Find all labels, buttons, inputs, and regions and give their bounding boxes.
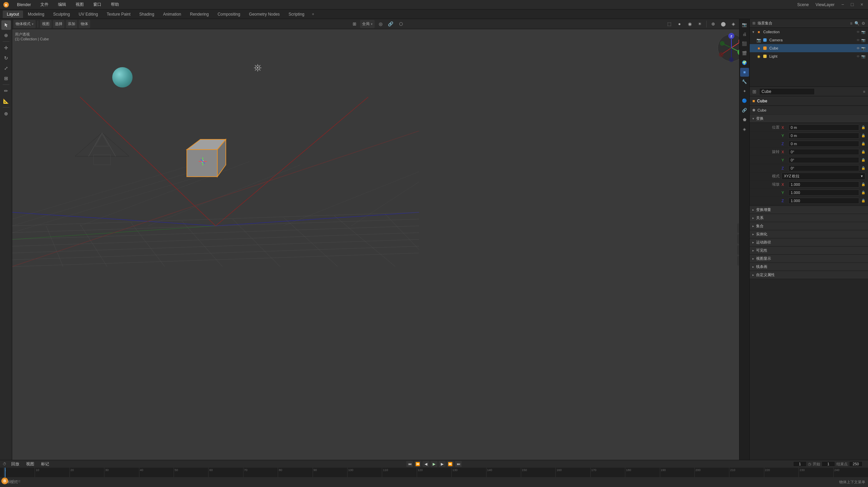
custom-props-section-header[interactable]: ▸ 自定义属性 [750, 271, 868, 279]
tab-animation[interactable]: Animation [159, 11, 185, 18]
scale-y-value[interactable]: 1.000 [788, 190, 859, 196]
location-x-lock-icon[interactable]: 🔒 [861, 125, 865, 129]
tab-compositing[interactable]: Compositing [214, 11, 244, 18]
play-forward-button[interactable]: ▶ [439, 461, 446, 467]
status-context-menu[interactable]: 物体上下文菜单 [839, 480, 865, 485]
scale-x-lock-icon[interactable]: 🔒 [861, 182, 865, 186]
viewport-mode-selector[interactable]: 物体模式 [14, 20, 36, 28]
location-z-value[interactable]: 0 m [788, 141, 859, 147]
tab-modeling[interactable]: Modeling [24, 11, 48, 18]
proportional-edit-icon[interactable]: ◎ [376, 20, 385, 28]
sphere-object[interactable] [112, 67, 133, 87]
location-y-value[interactable]: 0 m [788, 133, 859, 139]
tab-texture-paint[interactable]: Texture Paint [103, 11, 135, 18]
menu-window[interactable]: 窗口 [91, 1, 103, 8]
scale-x-value[interactable]: 1.000 [788, 181, 859, 188]
motion-path-section-header[interactable]: ▸ 运动路径 [750, 238, 868, 247]
menu-file[interactable]: 文件 [38, 1, 51, 8]
tab-geometry-nodes[interactable]: Geometry Nodes [245, 11, 284, 18]
rotation-y-value[interactable]: 0° [788, 157, 859, 163]
rotation-mode-selector[interactable]: XYZ 欧拉 ▾ [782, 173, 865, 180]
viewport-select-menu[interactable]: 选择 [53, 20, 64, 28]
transform-tool[interactable]: ⊞ [1, 74, 11, 83]
viewport-add-menu[interactable]: 添加 [66, 20, 77, 28]
scale-tool[interactable]: ⤢ [1, 63, 11, 73]
global-space-selector[interactable]: 全局 [360, 20, 375, 28]
particles-properties-icon[interactable]: ✦ [740, 87, 749, 96]
outliner-filter-icon[interactable]: ≡ [850, 21, 852, 26]
timeline-playback-menu[interactable]: 回放 [9, 461, 21, 468]
data-properties-icon[interactable]: ⬟ [740, 115, 749, 124]
visibility-section-header[interactable]: ▸ 可见性 [750, 247, 868, 255]
rotation-y-lock-icon[interactable]: 🔒 [861, 158, 865, 162]
scale-z-value[interactable]: 1.000 [788, 198, 859, 204]
viewport-display-section-header[interactable]: ▸ 视图显示 [750, 255, 868, 263]
next-keyframe-button[interactable]: ⏩ [447, 461, 454, 467]
close-button[interactable]: × [859, 2, 865, 8]
line-art-section-header[interactable]: ▸ 线条画 [750, 263, 868, 271]
view-layer-properties-icon[interactable]: ⬛ [740, 39, 749, 48]
material-shading-icon[interactable]: ◉ [685, 20, 694, 28]
menu-help[interactable]: 帮助 [109, 1, 121, 8]
instancing-section-header[interactable]: ▸ 实例化 [750, 230, 868, 238]
measure-tool[interactable]: 📐 [1, 96, 11, 106]
timeline-ruler[interactable]: 1102030405060708090100110120130140150160… [0, 468, 868, 477]
tab-uv-editing[interactable]: UV Editing [75, 11, 102, 18]
object-name-field[interactable] [759, 88, 815, 95]
outliner-item-collection[interactable]: ▾ ■ Collection 👁 📷 [750, 28, 868, 36]
play-back-button[interactable]: ◀ [422, 461, 429, 467]
annotate-tool[interactable]: ✏ [1, 86, 11, 96]
tab-layout[interactable]: Layout [3, 11, 23, 18]
menu-view[interactable]: 视图 [74, 1, 86, 8]
output-properties-icon[interactable]: 🖨 [740, 30, 749, 39]
outliner-search-icon[interactable]: 🔍 [854, 21, 860, 26]
transform-section-header[interactable]: ▾ 变换 [750, 115, 868, 123]
location-x-value[interactable]: 0 m [788, 124, 859, 131]
modifier-properties-icon[interactable]: 🔧 [740, 77, 749, 86]
camera-object[interactable] [75, 129, 129, 171]
tab-rendering[interactable]: Rendering [186, 11, 213, 18]
prev-keyframe-button[interactable]: ⏪ [414, 461, 421, 467]
tab-scripting[interactable]: Scripting [284, 11, 309, 18]
rendered-shading-icon[interactable]: ☀ [695, 20, 704, 28]
collection-cam-icon[interactable]: 📷 [861, 30, 865, 34]
cube-cam-icon[interactable]: 📷 [861, 46, 865, 50]
location-z-lock-icon[interactable]: 🔒 [861, 142, 865, 145]
location-y-lock-icon[interactable]: 🔒 [861, 134, 865, 137]
cursor-tool[interactable]: ⊕ [1, 31, 11, 40]
viewport[interactable]: 物体模式 视图 选择 添加 物体 ⊞ 全局 ◎ 🔗 ⬡ ⬚ ● ◉ ☀ ⊕ ⬤ [12, 19, 749, 460]
wireframe-shading-icon[interactable]: ⬚ [665, 20, 674, 28]
timeline-markers-menu[interactable]: 标记 [39, 461, 51, 468]
object-properties-icon[interactable]: ■ [740, 68, 749, 77]
cube-eye-icon[interactable]: 👁 [856, 46, 860, 50]
snap-icon[interactable]: ⊞ [350, 20, 359, 28]
constraints-properties-icon[interactable]: 🔗 [740, 106, 749, 115]
solid-shading-icon[interactable]: ● [675, 20, 684, 28]
snap-settings-icon[interactable]: 🔗 [386, 20, 395, 28]
maximize-button[interactable]: □ [849, 2, 855, 8]
overlay-toggle-icon[interactable]: ⬤ [719, 20, 728, 28]
play-button[interactable]: ▶ [431, 461, 437, 467]
rotate-tool[interactable]: ↻ [1, 53, 11, 63]
light-cam-icon[interactable]: 📷 [861, 55, 865, 58]
outliner-item-camera[interactable]: 📷 Camera 👁 📷 [750, 36, 868, 44]
select-tool[interactable] [1, 20, 11, 30]
camera-eye-icon[interactable]: 👁 [856, 38, 860, 42]
viewport-view-menu[interactable]: 视图 [40, 20, 52, 28]
collection-section-header[interactable]: ▸ 集合 [750, 222, 868, 230]
props-filter-icon[interactable]: ≡ [863, 90, 865, 94]
start-frame-field[interactable]: 1 [822, 461, 835, 467]
current-frame-field[interactable]: 1 [793, 461, 807, 467]
rotation-x-value[interactable]: 0° [788, 149, 859, 155]
overlay-icon[interactable]: ⬡ [396, 20, 405, 28]
add-workspace-button[interactable]: + [309, 11, 317, 18]
menu-blender[interactable]: Blender [15, 2, 33, 8]
viewport-object-menu[interactable]: 物体 [79, 20, 90, 28]
physics-properties-icon[interactable]: 🔵 [740, 96, 749, 105]
outliner-item-light[interactable]: ◉ Light 👁 📷 [750, 52, 868, 60]
end-frame-field[interactable]: 250 [849, 461, 863, 467]
move-tool[interactable]: ✛ [1, 43, 11, 53]
gizmo-toggle-icon[interactable]: ⊕ [709, 20, 717, 28]
scale-y-lock-icon[interactable]: 🔒 [861, 191, 865, 194]
add-tool[interactable]: ⊕ [1, 109, 11, 118]
